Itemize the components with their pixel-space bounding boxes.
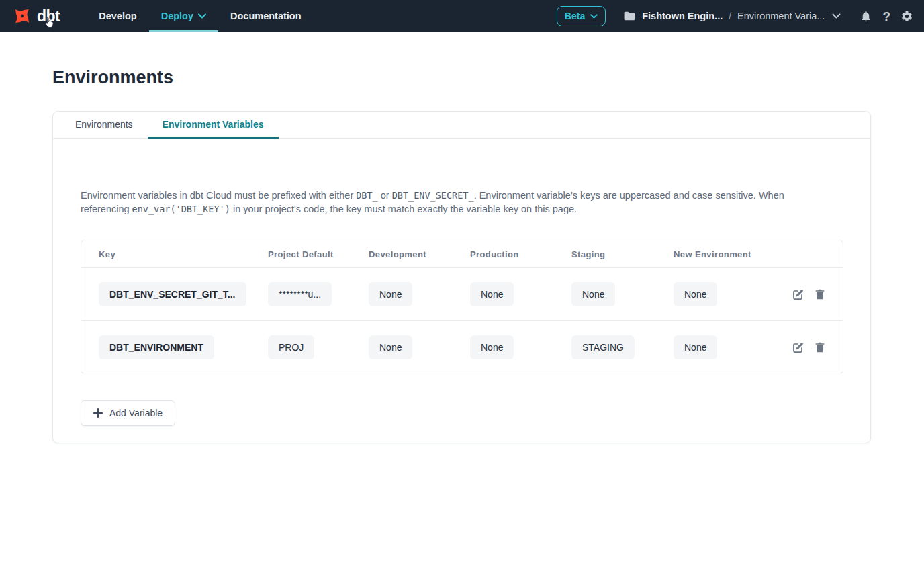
column-header-key: Key: [81, 249, 250, 259]
brand-text: dbt: [37, 7, 60, 26]
variable-project-default: ********u...: [268, 282, 332, 306]
variable-new-environment-value: None: [674, 335, 717, 359]
add-variable-label: Add Variable: [109, 408, 163, 419]
variable-key: DBT_ENVIRONMENT: [99, 335, 214, 359]
primary-nav: Develop Deploy Documentation: [87, 0, 313, 32]
breadcrumb-project-label: Fishtown Engin...: [642, 11, 723, 21]
description-segment: Environment variables in dbt Cloud must …: [81, 190, 356, 201]
beta-dropdown[interactable]: Beta: [557, 6, 606, 26]
gear-icon[interactable]: [900, 10, 913, 23]
table-row: DBT_ENV_SECRET_GIT_T... ********u... Non…: [81, 267, 843, 320]
dbt-logo[interactable]: dbt: [12, 0, 60, 32]
tab-bar: Environments Environment Variables: [53, 112, 870, 139]
top-navbar: dbt Develop Deploy Documentation Beta: [0, 0, 924, 32]
delete-icon[interactable]: [814, 341, 826, 353]
delete-icon[interactable]: [814, 288, 826, 300]
nav-item-label: Documentation: [230, 11, 302, 21]
column-header-project-default: Project Default: [250, 249, 351, 259]
description-segment: or: [378, 190, 392, 201]
variable-project-default: PROJ: [268, 335, 314, 359]
beta-label: Beta: [565, 11, 585, 21]
column-header-new-environment: New Environment: [656, 249, 762, 259]
variable-production-value: None: [470, 282, 514, 306]
inline-code: DBT_: [356, 190, 378, 201]
variable-staging-value: None: [571, 282, 615, 306]
nav-item-develop[interactable]: Develop: [87, 0, 148, 32]
variable-key: DBT_ENV_SECRET_GIT_T...: [99, 282, 246, 306]
nav-item-label: Deploy: [161, 11, 193, 21]
chevron-down-icon: [590, 14, 598, 19]
breadcrumb-page[interactable]: Environment Varia...: [737, 11, 825, 21]
tab-label: Environments: [75, 119, 133, 130]
folder-icon: [623, 11, 636, 21]
tab-environments[interactable]: Environments: [60, 112, 148, 139]
column-header-production: Production: [453, 249, 554, 259]
edit-icon[interactable]: [792, 288, 804, 301]
help-icon[interactable]: ?: [882, 10, 890, 23]
inline-code: DBT_ENV_SECRET_: [392, 190, 474, 201]
column-header-staging: Staging: [554, 249, 656, 259]
env-variables-table: Key Project Default Development Producti…: [81, 240, 843, 374]
nav-item-deploy[interactable]: Deploy: [149, 0, 218, 32]
column-header-development: Development: [351, 249, 453, 259]
description-segment: in your project's code, the key must mat…: [230, 204, 577, 214]
add-variable-button[interactable]: Add Variable: [81, 400, 175, 426]
environments-card: Environments Environment Variables Envir…: [52, 111, 871, 443]
help-glyph: ?: [882, 10, 890, 23]
tab-label: Environment Variables: [163, 119, 264, 130]
tab-environment-variables[interactable]: Environment Variables: [148, 112, 279, 139]
nav-item-label: Develop: [99, 11, 136, 21]
breadcrumb-separator: /: [729, 11, 731, 21]
page-title: Environments: [52, 67, 924, 88]
variable-staging-value: STAGING: [571, 335, 635, 359]
plus-icon: [93, 408, 103, 418]
chevron-down-icon: [198, 13, 206, 19]
dbt-logo-icon: [12, 6, 32, 26]
table-row: DBT_ENVIRONMENT PROJ None None STAGING N…: [81, 320, 843, 374]
inline-code: env_var('DBT_KEY'): [132, 204, 230, 214]
variable-development-value: None: [369, 282, 412, 306]
table-header-row: Key Project Default Development Producti…: [81, 240, 843, 267]
variable-development-value: None: [369, 335, 412, 359]
variable-new-environment-value: None: [674, 282, 717, 306]
nav-item-documentation[interactable]: Documentation: [218, 0, 314, 32]
bell-icon[interactable]: [860, 10, 872, 23]
breadcrumb-project[interactable]: Fishtown Engin...: [623, 11, 723, 21]
edit-icon[interactable]: [792, 341, 804, 354]
breadcrumb: Fishtown Engin... / Environment Varia...: [623, 11, 841, 21]
variable-production-value: None: [470, 335, 514, 359]
main-content: Environments Environments Environment Va…: [0, 67, 924, 443]
description-text: Environment variables in dbt Cloud must …: [81, 189, 792, 216]
chevron-down-icon[interactable]: [832, 13, 841, 19]
